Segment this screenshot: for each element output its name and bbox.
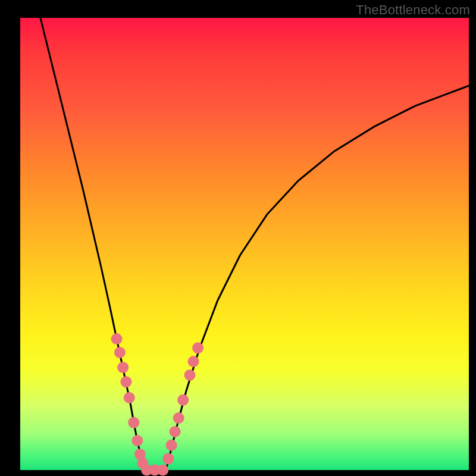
chart-frame: TheBottleneck.com — [0, 0, 476, 476]
watermark-text: TheBottleneck.com — [356, 2, 470, 18]
plot-area — [20, 18, 469, 470]
